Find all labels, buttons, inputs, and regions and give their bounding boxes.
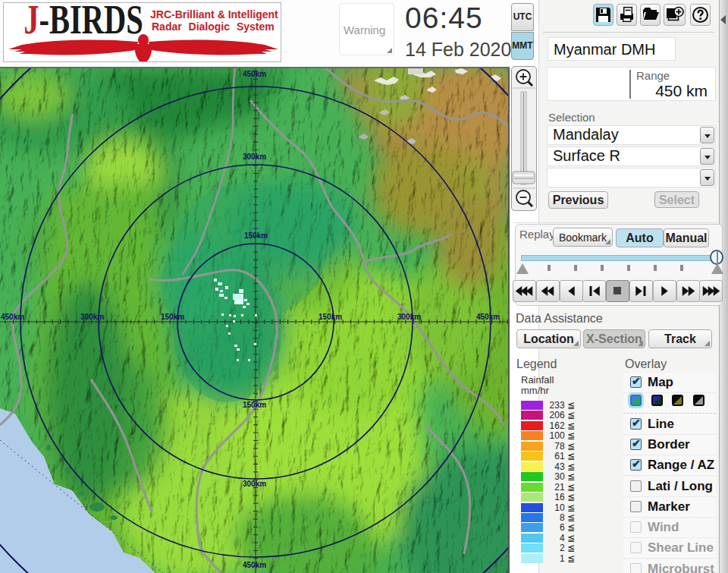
svg-text:300km: 300km (80, 313, 104, 321)
svg-text:150km: 150km (244, 231, 268, 240)
svg-text:JRC-Brilliant & Intelligent: JRC-Brilliant & Intelligent (150, 8, 278, 20)
svg-text:150km: 150km (161, 313, 184, 321)
svg-text:J-BIRDS: J-BIRDS (24, 3, 143, 42)
svg-text:300km: 300km (243, 153, 266, 161)
svg-text:150km: 150km (318, 313, 342, 321)
svg-text:Radar Dialogic System: Radar Dialogic System (152, 20, 275, 33)
svg-text:300km: 300km (243, 480, 266, 488)
svg-text:150km: 150km (243, 401, 266, 409)
svg-text:450km: 450km (1, 313, 24, 321)
svg-text:450km: 450km (476, 313, 500, 321)
svg-text:450km: 450km (243, 70, 266, 78)
svg-text:300km: 300km (397, 313, 421, 321)
svg-text:450km: 450km (243, 561, 266, 569)
